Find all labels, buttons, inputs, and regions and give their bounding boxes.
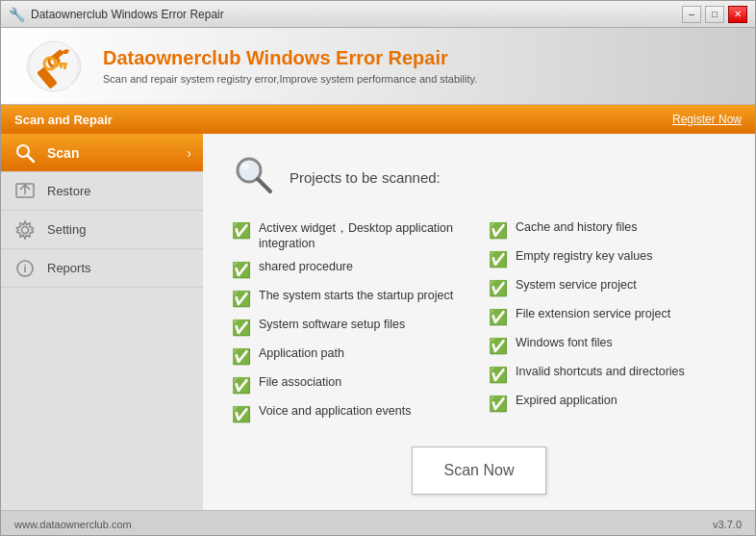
check-icon: ✅ xyxy=(232,319,251,337)
scan-label: Scan xyxy=(47,145,79,161)
svg-rect-7 xyxy=(63,65,66,69)
list-item: ✅Empty registry key values xyxy=(489,249,726,268)
reports-icon: i xyxy=(13,256,38,281)
sidebar-item-reports[interactable]: i Reports xyxy=(1,249,203,288)
list-item: ✅File association xyxy=(232,375,469,395)
item-label: File extension service project xyxy=(516,307,670,320)
svg-point-19 xyxy=(241,163,249,170)
item-label: Invalid shortcuts and directories xyxy=(516,365,685,378)
svg-point-17 xyxy=(239,161,259,180)
list-item: ✅Application path xyxy=(232,346,469,366)
footer: www.dataownerclub.com v3.7.0 xyxy=(1,510,755,536)
item-label: Cache and history files xyxy=(516,220,637,234)
app-icon: 🔧 xyxy=(9,7,25,22)
check-icon: ✅ xyxy=(489,308,508,326)
app-header: Dataownerclub Windows Error Repair Scan … xyxy=(1,28,755,105)
titlebar-title: Dataownerclub Windows Error Repair xyxy=(31,8,224,21)
setting-icon xyxy=(13,217,38,242)
checklist-right: ✅Cache and history files✅Empty registry … xyxy=(489,220,726,423)
toolbar: Scan and Repair Register Now xyxy=(1,105,755,134)
list-item: ✅Expired application xyxy=(489,394,726,413)
titlebar-controls: – □ ✕ xyxy=(682,6,747,23)
footer-version: v3.7.0 xyxy=(713,519,742,530)
item-label: Voice and application events xyxy=(259,404,411,418)
main-area: Scan › Restore Setting xyxy=(1,134,755,510)
checklist: ✅Activex widget，Desktop application inte… xyxy=(232,220,726,423)
magnifier-icon xyxy=(232,153,276,201)
item-label: System software setup files xyxy=(259,318,405,331)
reports-label: Reports xyxy=(47,261,91,275)
scan-now-container: Scan Now xyxy=(232,447,726,495)
footer-url: www.dataownerclub.com xyxy=(14,519,132,530)
content-area: Projects to be scanned: ✅Activex widget，… xyxy=(203,134,755,510)
list-item: ✅The system starts the startup project xyxy=(232,289,469,308)
svg-line-18 xyxy=(258,179,270,191)
register-button[interactable]: Register Now xyxy=(672,113,742,126)
list-item: ✅System software setup files xyxy=(232,318,469,337)
list-item: ✅File extension service project xyxy=(489,307,726,326)
item-label: Activex widget，Desktop application integ… xyxy=(259,220,469,250)
titlebar-left: 🔧 Dataownerclub Windows Error Repair xyxy=(9,7,224,22)
item-label: The system starts the startup project xyxy=(259,289,453,302)
scan-icon xyxy=(13,140,38,166)
check-icon: ✅ xyxy=(232,221,251,240)
svg-text:i: i xyxy=(23,263,26,274)
check-icon: ✅ xyxy=(232,347,251,366)
list-item: ✅Invalid shortcuts and directories xyxy=(489,365,726,384)
check-icon: ✅ xyxy=(489,395,508,413)
sidebar-item-setting[interactable]: Setting xyxy=(1,211,203,249)
item-label: shared procedure xyxy=(259,260,353,273)
check-icon: ✅ xyxy=(232,261,251,279)
scan-arrow: › xyxy=(187,145,191,161)
titlebar: 🔧 Dataownerclub Windows Error Repair – □… xyxy=(1,1,755,28)
close-button[interactable]: ✕ xyxy=(728,6,747,23)
header-text: Dataownerclub Windows Error Repair Scan … xyxy=(103,47,477,85)
svg-rect-8 xyxy=(60,65,63,68)
restore-label: Restore xyxy=(47,184,91,198)
sidebar-item-scan[interactable]: Scan › xyxy=(1,134,203,172)
check-icon: ✅ xyxy=(489,279,508,297)
item-label: Application path xyxy=(259,346,344,360)
minimize-button[interactable]: – xyxy=(682,6,701,23)
svg-rect-6 xyxy=(54,63,67,65)
list-item: ✅System service project xyxy=(489,278,726,297)
setting-label: Setting xyxy=(47,222,86,237)
item-label: Windows font files xyxy=(516,336,613,349)
scan-header: Projects to be scanned: xyxy=(232,153,726,201)
sidebar-item-restore[interactable]: Restore xyxy=(1,172,203,211)
check-icon: ✅ xyxy=(489,366,508,384)
check-icon: ✅ xyxy=(489,250,508,268)
list-item: ✅Voice and application events xyxy=(232,404,469,423)
check-icon: ✅ xyxy=(232,376,251,395)
check-icon: ✅ xyxy=(232,290,251,308)
maximize-button[interactable]: □ xyxy=(705,6,724,23)
app-title: Dataownerclub Windows Error Repair xyxy=(103,47,477,69)
check-icon: ✅ xyxy=(232,405,251,423)
app-subtitle: Scan and repair system registry error,Im… xyxy=(103,73,477,85)
list-item: ✅shared procedure xyxy=(232,260,469,279)
toolbar-label: Scan and Repair xyxy=(14,113,113,127)
checklist-left: ✅Activex widget，Desktop application inte… xyxy=(232,220,469,423)
scan-now-button[interactable]: Scan Now xyxy=(412,447,546,495)
list-item: ✅Windows font files xyxy=(489,336,726,355)
app-logo xyxy=(20,38,88,95)
sidebar: Scan › Restore Setting xyxy=(1,134,203,510)
list-item: ✅Cache and history files xyxy=(489,220,726,240)
item-label: Empty registry key values xyxy=(516,249,652,263)
item-label: System service project xyxy=(516,278,637,292)
check-icon: ✅ xyxy=(489,337,508,355)
item-label: File association xyxy=(259,375,341,389)
projects-title: Projects to be scanned: xyxy=(290,169,441,186)
svg-point-13 xyxy=(22,226,29,233)
svg-line-10 xyxy=(28,156,34,162)
restore-icon xyxy=(13,179,38,204)
check-icon: ✅ xyxy=(489,221,508,240)
item-label: Expired application xyxy=(516,394,617,407)
list-item: ✅Activex widget，Desktop application inte… xyxy=(232,220,469,250)
